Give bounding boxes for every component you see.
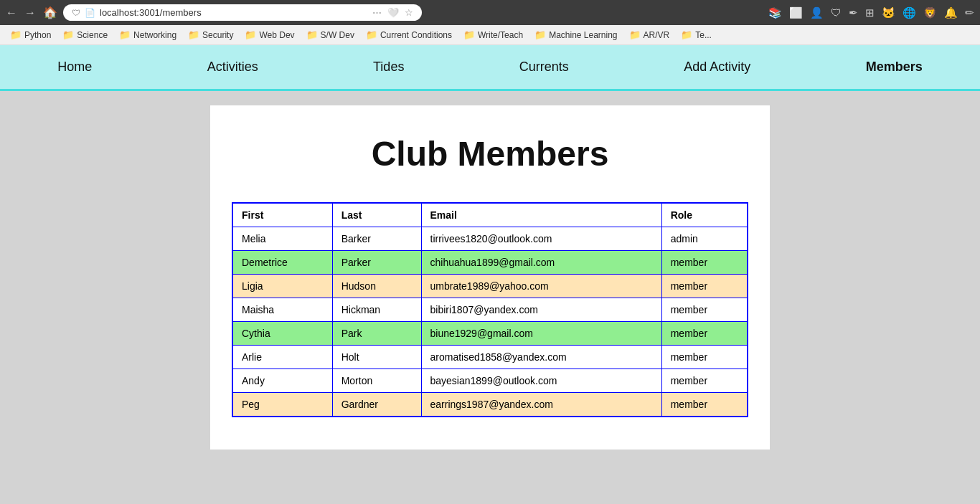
cell-first: Ligia [232, 275, 332, 298]
table-row: AndyMortonbayesian1899@outlook.commember [232, 369, 748, 393]
cell-last: Gardner [332, 393, 421, 417]
table-row: MaishaHickmanbibiri1807@yandex.commember [232, 298, 748, 322]
nav-item-tides[interactable]: Tides [352, 45, 425, 89]
nav-item-add-activity[interactable]: Add Activity [662, 45, 772, 89]
bookmark-label: Te... [695, 30, 712, 40]
table-header-role: Role [661, 203, 748, 227]
pen2-icon[interactable]: ✏ [965, 6, 974, 19]
cell-last: Holt [332, 346, 421, 369]
cell-first: Cythia [232, 322, 332, 346]
brave-icon[interactable]: 🦁 [923, 6, 937, 19]
bookmark-label: Machine Learning [549, 30, 617, 40]
table-header-last: Last [332, 203, 421, 227]
bookmark-item[interactable]: 📁Current Conditions [362, 28, 456, 42]
cell-first: Demetrice [232, 251, 332, 275]
bookmark-label: Science [77, 30, 108, 40]
bookmark-item[interactable]: 📁S/W Dev [302, 28, 359, 42]
bookmark-item[interactable]: 📁Science [58, 28, 112, 42]
address-bar-actions: ⋯ 🤍 ☆ [372, 7, 413, 18]
library-icon[interactable]: 📚 [768, 6, 782, 19]
folder-icon: 📁 [534, 29, 546, 40]
bookmark-item[interactable]: 📁Machine Learning [530, 28, 621, 42]
browser-toolbar-right: 📚 ⬜ 👤 🛡 ✒ ⊞ 🐱 🌐 🦁 🔔 ✏ [768, 6, 974, 19]
table-row: CythiaParkbiune1929@gmail.commember [232, 322, 748, 346]
cell-role: member [661, 369, 748, 393]
cat-icon[interactable]: 🐱 [882, 6, 895, 19]
forward-icon[interactable]: → [24, 6, 36, 19]
bookmark-label: AR/VR [644, 30, 670, 40]
cell-last: Hudson [332, 275, 421, 298]
browser-nav-buttons: ← → 🏠 [6, 6, 57, 19]
cell-first: Arlie [232, 346, 332, 369]
shield-icon: 🛡 [72, 8, 80, 18]
bookmarks-bar: 📁Python📁Science📁Networking📁Security📁Web … [0, 25, 980, 45]
cell-email: biune1929@gmail.com [421, 322, 661, 346]
back-icon[interactable]: ← [6, 6, 17, 19]
bookmark-label: Security [202, 30, 233, 40]
cell-role: admin [661, 227, 748, 251]
cell-last: Barker [332, 227, 421, 251]
cell-email: bayesian1899@outlook.com [421, 369, 661, 393]
star-icon[interactable]: ☆ [405, 7, 413, 18]
tabs-icon[interactable]: ⬜ [789, 6, 803, 19]
bookmark-label: Web Dev [259, 30, 294, 40]
nav-item-members[interactable]: Members [844, 45, 944, 89]
nav-item-activities[interactable]: Activities [186, 45, 280, 89]
bookmark-label: Current Conditions [380, 30, 452, 40]
browser-chrome: ← → 🏠 🛡 📄 localhost:3001/members ⋯ 🤍 ☆ 📚… [0, 0, 980, 25]
bookmark-heart-icon[interactable]: 🤍 [387, 7, 399, 18]
bookmark-item[interactable]: 📁AR/VR [625, 28, 674, 42]
bookmark-item[interactable]: 📁Write/Teach [459, 28, 527, 42]
table-row: DemetriceParkerchihuahua1899@gmail.comme… [232, 251, 748, 275]
folder-icon: 📁 [62, 29, 74, 40]
bookmark-item[interactable]: 📁Networking [115, 28, 181, 42]
folder-icon: 📁 [245, 29, 256, 40]
cell-role: member [661, 251, 748, 275]
members-table: FirstLastEmailRole MeliaBarkertirrivees1… [232, 202, 748, 417]
content-card: Club Members FirstLastEmailRole MeliaBar… [210, 105, 770, 450]
table-row: MeliaBarkertirrivees1820@outlook.comadmi… [232, 227, 748, 251]
pen-icon[interactable]: ✒ [849, 6, 858, 19]
address-bar[interactable]: 🛡 📄 localhost:3001/members ⋯ 🤍 ☆ [63, 4, 422, 21]
notif-icon[interactable]: 🔔 [944, 6, 958, 19]
url-text: localhost:3001/members [100, 7, 368, 18]
more-icon[interactable]: ⋯ [372, 7, 382, 18]
folder-icon: 📁 [306, 29, 318, 40]
page-content: Club Members FirstLastEmailRole MeliaBar… [0, 91, 980, 464]
cell-email: chihuahua1899@gmail.com [421, 251, 661, 275]
folder-icon: 📁 [463, 29, 475, 40]
cell-role: member [661, 393, 748, 417]
nav-item-currents[interactable]: Currents [498, 45, 590, 89]
account-icon[interactable]: 👤 [810, 6, 824, 19]
cell-last: Parker [332, 251, 421, 275]
bookmark-label: S/W Dev [321, 30, 354, 40]
cell-role: member [661, 346, 748, 369]
bookmark-label: Write/Teach [478, 30, 523, 40]
page-icon: 📄 [85, 8, 95, 18]
bookmark-item[interactable]: 📁Te... [677, 28, 716, 42]
cell-email: umbrate1989@yahoo.com [421, 275, 661, 298]
table-row: ArlieHoltaromatised1858@yandex.commember [232, 346, 748, 369]
cell-email: bibiri1807@yandex.com [421, 298, 661, 322]
grid-icon[interactable]: ⊞ [865, 6, 875, 19]
bookmark-item[interactable]: 📁Web Dev [240, 28, 298, 42]
cell-first: Peg [232, 393, 332, 417]
bookmark-label: Networking [133, 30, 176, 40]
cell-email: aromatised1858@yandex.com [421, 346, 661, 369]
home-icon[interactable]: 🏠 [43, 6, 57, 19]
cell-last: Hickman [332, 298, 421, 322]
bookmark-item[interactable]: 📁Security [184, 28, 237, 42]
browser-ext-icon[interactable]: 🌐 [903, 6, 916, 19]
page-title: Club Members [232, 134, 748, 173]
bookmark-label: Python [24, 30, 51, 40]
folder-icon: 📁 [119, 29, 131, 40]
folder-icon: 📁 [10, 29, 22, 40]
cell-email: earrings1987@yandex.com [421, 393, 661, 417]
shield2-icon[interactable]: 🛡 [831, 6, 842, 19]
folder-icon: 📁 [629, 29, 641, 40]
bookmark-item[interactable]: 📁Python [6, 28, 55, 42]
nav-item-home[interactable]: Home [36, 45, 113, 89]
cell-role: member [661, 322, 748, 346]
folder-icon: 📁 [366, 29, 377, 40]
cell-last: Park [332, 322, 421, 346]
